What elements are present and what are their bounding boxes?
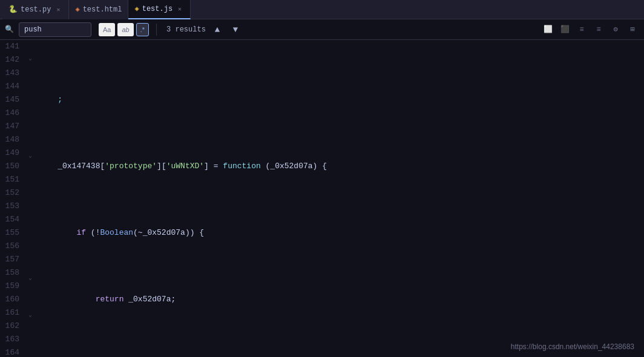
fold-155 (24, 211, 36, 223)
ln-153: 153 (5, 200, 19, 213)
ln-160: 160 (5, 293, 19, 306)
fold-152 (24, 174, 36, 186)
fold-165 (24, 333, 36, 345)
view-mode-button-1[interactable]: ⬜ (541, 23, 554, 36)
tab-label-js: test.js (142, 5, 172, 13)
match-word-button[interactable]: ab (117, 23, 133, 36)
ln-164: 164 (5, 346, 19, 357)
fold-145 (24, 89, 36, 101)
fold-148 (24, 125, 36, 137)
code-line-142: _0x147438['prototype']['uWNtXD'] = funct… (39, 160, 634, 173)
ln-145: 145 (5, 93, 19, 106)
fold-162 (24, 296, 36, 308)
view-mode-button-3[interactable]: ≡ (575, 23, 588, 36)
ln-142: 142 (5, 53, 19, 67)
tab-close-py[interactable]: ✕ (54, 5, 62, 14)
fold-144 (24, 76, 36, 88)
ln-154: 154 (5, 213, 19, 226)
code-line-144: return _0x52d07a; (39, 293, 634, 306)
fold-150[interactable]: ⌄ (24, 149, 36, 162)
regex-button[interactable]: .* (136, 23, 149, 36)
ln-163: 163 (5, 333, 19, 346)
fold-157 (24, 235, 36, 247)
match-case-button[interactable]: Aa (99, 23, 115, 36)
tab-test-html[interactable]: ◈ test.html (69, 0, 128, 19)
fold-164 (24, 321, 36, 333)
ln-152: 152 (5, 186, 19, 200)
search-input-box[interactable]: push (19, 22, 91, 37)
ln-141: 141 (5, 40, 19, 53)
tab-label-html: test.html (83, 5, 122, 14)
fold-160[interactable]: ⌄ (24, 272, 36, 284)
ln-161: 161 (5, 306, 19, 319)
fold-158 (24, 247, 36, 260)
code-line-143: if (!Boolean(~_0x52d07a)) { (39, 226, 634, 240)
ln-151: 151 (5, 173, 19, 186)
nav-down-button[interactable]: ▼ (229, 23, 242, 36)
tab-close-js[interactable]: ✕ (176, 5, 184, 13)
fold-166 (24, 345, 36, 357)
results-count: 3 results (166, 25, 206, 34)
nav-up-button[interactable]: ▲ (211, 23, 224, 36)
fold-156 (24, 223, 36, 235)
code-lines: ; _0x147438['prototype']['uWNtXD'] = fun… (36, 40, 644, 357)
fold-154 (24, 198, 36, 211)
tab-label-py: test.py (21, 5, 51, 14)
ln-143: 143 (5, 67, 19, 80)
view-mode-button-4[interactable]: ≡ (592, 23, 605, 36)
tab-bar: 🐍 test.py ✕ ◈ test.html ◈ test.js ✕ (0, 0, 644, 19)
ln-162: 162 (5, 319, 19, 333)
fold-143 (24, 64, 36, 76)
ln-158: 158 (5, 266, 19, 280)
fold-142[interactable]: ⌄ (24, 52, 36, 64)
fold-141 (24, 40, 36, 52)
ln-149: 149 (5, 146, 19, 160)
tab-test-py[interactable]: 🐍 test.py ✕ (2, 0, 69, 19)
ln-150: 150 (5, 160, 19, 173)
fold-151 (24, 162, 36, 174)
search-query: push (24, 25, 42, 34)
filter-button[interactable]: ⊞ (626, 23, 639, 36)
fold-149 (24, 137, 36, 149)
separator-1 (156, 24, 157, 36)
code-line-141: ; (39, 93, 634, 106)
view-mode-button-2[interactable]: ⬛ (558, 23, 571, 36)
code-content: ; _0x147438['prototype']['uWNtXD'] = fun… (36, 40, 644, 357)
fold-163[interactable]: ⌄ (24, 308, 36, 320)
ln-155: 155 (5, 226, 19, 240)
search-options: Aa ab .* (99, 23, 149, 36)
ln-159: 159 (5, 280, 19, 293)
ln-147: 147 (5, 120, 19, 133)
search-icon: 🔍 (5, 25, 14, 34)
ln-144: 144 (5, 80, 19, 93)
line-numbers: 141 142 143 144 145 146 147 148 149 150 … (0, 40, 24, 357)
toolbar-right: ⬜ ⬛ ≡ ≡ ⚙ ⊞ (541, 23, 639, 36)
fold-153 (24, 186, 36, 198)
fold-gutter: ⌄ ⌄ ⌄ ⌄ (24, 40, 36, 357)
ln-148: 148 (5, 133, 19, 146)
tab-test-js[interactable]: ◈ test.js ✕ (128, 0, 191, 19)
fold-161 (24, 284, 36, 296)
watermark: https://blog.csdn.net/weixin_44238683 (511, 342, 634, 351)
fold-147 (24, 113, 36, 125)
ln-156: 156 (5, 240, 19, 253)
tab-icon-html: ◈ (75, 5, 79, 14)
settings-button[interactable]: ⚙ (609, 23, 622, 36)
fold-146 (24, 101, 36, 113)
code-area: 141 142 143 144 145 146 147 148 149 150 … (0, 40, 644, 357)
tab-icon-py: 🐍 (8, 5, 18, 14)
search-bar: 🔍 push Aa ab .* 3 results ▲ ▼ ⬜ ⬛ ≡ ≡ ⚙ … (0, 19, 644, 40)
ln-157: 157 (5, 253, 19, 266)
ln-146: 146 (5, 106, 19, 120)
fold-159 (24, 260, 36, 272)
tab-icon-js: ◈ (134, 4, 139, 13)
